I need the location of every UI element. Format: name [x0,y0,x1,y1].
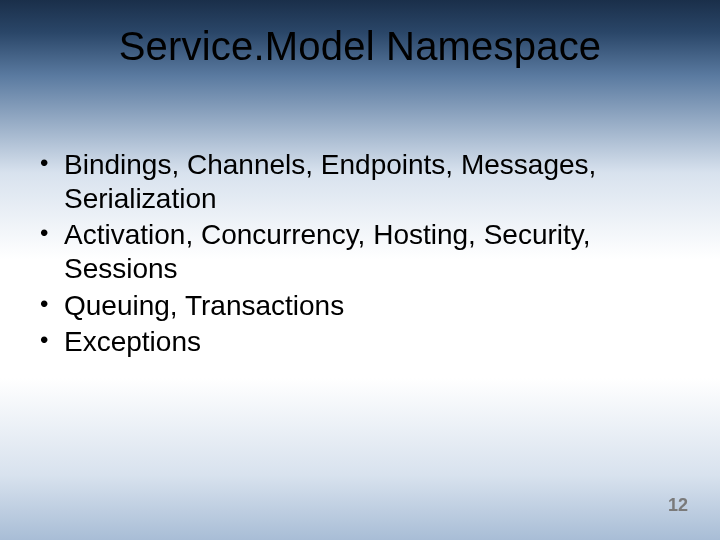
slide-content: Bindings, Channels, Endpoints, Messages,… [36,148,680,361]
list-item: Activation, Concurrency, Hosting, Securi… [36,218,680,286]
list-item: Bindings, Channels, Endpoints, Messages,… [36,148,680,216]
list-item: Queuing, Transactions [36,289,680,323]
page-number: 12 [668,495,688,516]
slide-title: Service.Model Namespace [0,24,720,69]
slide: Service.Model Namespace Bindings, Channe… [0,0,720,540]
bullet-list: Bindings, Channels, Endpoints, Messages,… [36,148,680,359]
list-item: Exceptions [36,325,680,359]
